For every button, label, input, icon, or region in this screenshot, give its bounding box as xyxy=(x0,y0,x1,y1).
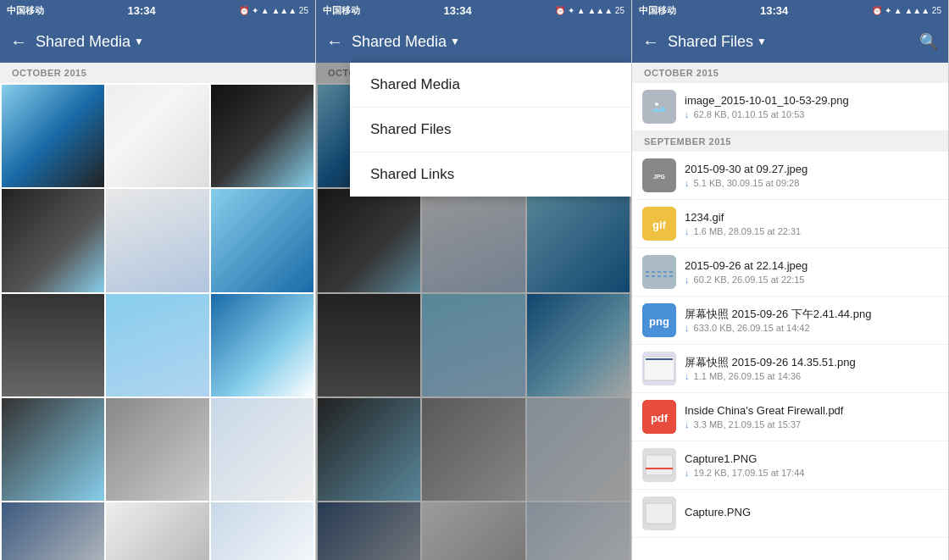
time-2: 13:34 xyxy=(443,4,471,17)
panel-shared-media-2: 中国移动 13:34 ⏰ ✦ ▲ ▲▲▲ 25 ← Shared Media ▼… xyxy=(316,0,632,560)
title-1: Shared Media ▼ xyxy=(36,33,305,51)
file-icon: gif xyxy=(642,207,676,241)
file-meta: ↓ 60.2 KB, 26.09.15 at 22:15 xyxy=(685,274,938,285)
svg-text:gif: gif xyxy=(652,219,667,231)
file-icon: JPG xyxy=(642,158,676,192)
dropdown-item-shared-media[interactable]: Shared Media xyxy=(350,63,631,108)
media-cell[interactable] xyxy=(211,398,314,501)
file-name: Capture1.PNG xyxy=(685,452,938,467)
search-icon-3[interactable]: 🔍 xyxy=(919,32,938,51)
media-cell[interactable] xyxy=(106,189,208,291)
file-item[interactable]: png 屏幕快照 2015-09-26 下午2.41.44.png ↓ 633.… xyxy=(632,297,948,345)
file-icon: pdf xyxy=(642,400,676,434)
svg-rect-0 xyxy=(652,99,667,114)
media-cell[interactable] xyxy=(2,398,104,501)
app-bar-2: ← Shared Media ▼ xyxy=(316,20,631,63)
svg-rect-17 xyxy=(646,455,673,475)
time-3: 13:34 xyxy=(760,4,788,17)
file-icon xyxy=(642,448,676,482)
file-meta: ↓ 633.0 KB, 26.09.15 at 14:42 xyxy=(685,323,938,333)
panel-shared-media-1: 中国移动 13:34 ⏰ ✦ ▲ ▲▲▲ 25 ← Shared Media ▼… xyxy=(0,0,316,560)
title-2: Shared Media ▼ xyxy=(352,33,621,51)
files-section-sep: SEPTEMBER 2015 xyxy=(632,131,948,152)
file-name: 屏幕快照 2015-09-26 14.35.51.png xyxy=(685,356,938,370)
back-button-2[interactable]: ← xyxy=(326,32,343,52)
media-cell[interactable] xyxy=(106,502,208,560)
status-icons-3: ⏰ ✦ ▲ ▲▲▲ 25 xyxy=(872,6,941,15)
svg-rect-20 xyxy=(646,503,673,524)
app-bar-1: ← Shared Media ▼ xyxy=(0,20,315,63)
file-icon xyxy=(642,90,676,124)
file-icon xyxy=(642,352,676,385)
dropdown-arrow-2[interactable]: ▼ xyxy=(450,36,460,47)
media-cell[interactable] xyxy=(211,85,314,187)
media-cell[interactable] xyxy=(106,398,208,501)
svg-text:pdf: pdf xyxy=(651,412,669,424)
file-info: Inside China's Great Firewall.pdf ↓ 3.3 … xyxy=(685,404,938,430)
media-cell[interactable] xyxy=(2,294,104,396)
media-cell[interactable] xyxy=(106,294,208,396)
time-1: 13:34 xyxy=(127,4,155,17)
title-3: Shared Files ▼ xyxy=(668,33,911,51)
file-item[interactable]: gif 1234.gif ↓ 1.6 MB, 28.09.15 at 22:31 xyxy=(632,200,948,248)
file-meta: ↓ 62.8 KB, 01.10.15 at 10:53 xyxy=(685,109,938,119)
file-item[interactable]: 2015-09-26 at 22.14.jpeg ↓ 60.2 KB, 26.0… xyxy=(632,248,948,297)
file-icon xyxy=(642,496,676,530)
file-meta: ↓ 19.2 KB, 17.09.15 at 17:44 xyxy=(685,468,938,478)
dropdown-menu[interactable]: Shared Media Shared Files Shared Links xyxy=(350,63,631,197)
file-item[interactable]: JPG 2015-09-30 at 09.27.jpeg ↓ 5.1 KB, 3… xyxy=(632,152,948,200)
file-info: 2015-09-26 at 22.14.jpeg ↓ 60.2 KB, 26.0… xyxy=(685,259,938,286)
files-section-oct: OCTOBER 2015 xyxy=(632,63,948,83)
status-bar-2: 中国移动 13:34 ⏰ ✦ ▲ ▲▲▲ 25 xyxy=(316,0,631,20)
file-name: Inside China's Great Firewall.pdf xyxy=(685,404,938,419)
media-cell[interactable] xyxy=(2,189,104,291)
carrier-3: 中国移动 xyxy=(639,4,676,17)
media-cell[interactable] xyxy=(106,85,208,187)
file-meta: ↓ 5.1 KB, 30.09.15 at 09:28 xyxy=(685,178,938,188)
back-button-3[interactable]: ← xyxy=(642,32,659,52)
files-list: OCTOBER 2015 image_2015-10-01_10-53-29.p… xyxy=(632,63,948,560)
status-icons-1: ⏰ ✦ ▲ ▲▲▲ 25 xyxy=(239,6,308,15)
file-meta: ↓ 1.1 MB, 26.09.15 at 14:36 xyxy=(685,371,938,381)
status-bar-1: 中国移动 13:34 ⏰ ✦ ▲ ▲▲▲ 25 xyxy=(0,0,315,20)
file-name: Capture.PNG xyxy=(685,506,938,520)
back-button-1[interactable]: ← xyxy=(10,32,27,52)
panel-shared-files: 中国移动 13:34 ⏰ ✦ ▲ ▲▲▲ 25 ← Shared Files ▼… xyxy=(632,0,949,560)
media-cell[interactable] xyxy=(2,502,104,560)
file-info: Capture1.PNG ↓ 19.2 KB, 17.09.15 at 17:4… xyxy=(685,452,938,479)
file-icon: png xyxy=(642,303,676,337)
file-item[interactable]: pdf Inside China's Great Firewall.pdf ↓ … xyxy=(632,393,948,441)
file-info: 屏幕快照 2015-09-26 14.35.51.png ↓ 1.1 MB, 2… xyxy=(685,356,938,382)
carrier-1: 中国移动 xyxy=(7,4,44,17)
file-info: image_2015-10-01_10-53-29.png ↓ 62.8 KB,… xyxy=(685,94,938,120)
app-bar-3: ← Shared Files ▼ 🔍 xyxy=(632,20,948,63)
file-name: 2015-09-26 at 22.14.jpeg xyxy=(685,259,938,274)
file-info: 1234.gif ↓ 1.6 MB, 28.09.15 at 22:31 xyxy=(685,211,938,237)
dropdown-arrow-1[interactable]: ▼ xyxy=(134,36,144,47)
section-header-1: OCTOBER 2015 xyxy=(0,63,315,83)
file-name: 1234.gif xyxy=(685,211,938,225)
svg-text:png: png xyxy=(649,315,669,328)
file-item[interactable]: Capture1.PNG ↓ 19.2 KB, 17.09.15 at 17:4… xyxy=(632,441,948,490)
media-cell[interactable] xyxy=(211,189,314,291)
status-bar-3: 中国移动 13:34 ⏰ ✦ ▲ ▲▲▲ 25 xyxy=(632,0,948,20)
dropdown-item-shared-links[interactable]: Shared Links xyxy=(350,152,631,197)
file-item[interactable]: Capture.PNG xyxy=(632,490,948,538)
carrier-2: 中国移动 xyxy=(323,4,360,17)
dropdown-arrow-3[interactable]: ▼ xyxy=(757,36,767,47)
file-info: 2015-09-30 at 09.27.jpeg ↓ 5.1 KB, 30.09… xyxy=(685,163,938,189)
svg-rect-13 xyxy=(646,358,673,360)
file-meta: ↓ 1.6 MB, 28.09.15 at 22:31 xyxy=(685,226,938,236)
media-grid-container-1 xyxy=(0,83,315,560)
file-icon xyxy=(642,255,676,289)
file-item[interactable]: 屏幕快照 2015-09-26 14.35.51.png ↓ 1.1 MB, 2… xyxy=(632,345,948,393)
file-info: 屏幕快照 2015-09-26 下午2.41.44.png ↓ 633.0 KB… xyxy=(685,308,938,334)
file-info: Capture.PNG xyxy=(685,506,938,522)
file-item[interactable]: image_2015-10-01_10-53-29.png ↓ 62.8 KB,… xyxy=(632,83,948,131)
dropdown-item-shared-files[interactable]: Shared Files xyxy=(350,108,631,152)
media-cell[interactable] xyxy=(211,294,314,396)
status-icons-2: ⏰ ✦ ▲ ▲▲▲ 25 xyxy=(555,6,624,15)
media-cell[interactable] xyxy=(211,502,314,560)
media-cell[interactable] xyxy=(2,85,104,187)
file-name: 2015-09-30 at 09.27.jpeg xyxy=(685,163,938,177)
